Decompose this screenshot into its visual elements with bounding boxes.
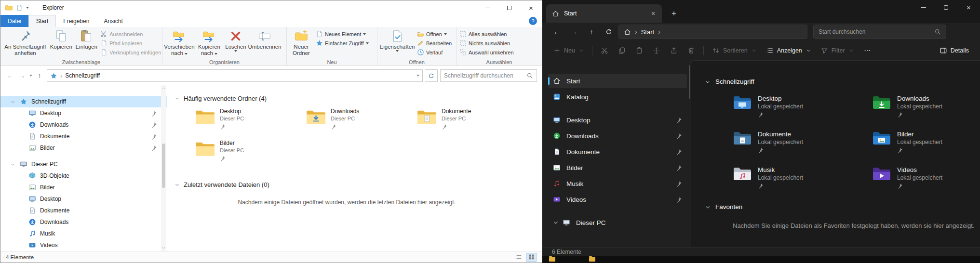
minimize-button[interactable] (477, 0, 498, 15)
scroll-down-icon[interactable] (161, 246, 166, 250)
copy-button[interactable]: Kopieren (49, 28, 74, 57)
open-button[interactable]: Öffnen (416, 29, 453, 39)
icons-view-button[interactable] (526, 253, 537, 262)
paste-button[interactable]: Einfügen (74, 28, 99, 57)
new-item-button[interactable]: Neues Element (314, 29, 370, 39)
sidebar-item-downloads[interactable]: Downloads (548, 129, 687, 143)
sidebar-item-katalog[interactable]: Katalog (548, 90, 687, 104)
pin-to-quick-access-button[interactable]: An Schnellzugriff anheften (2, 28, 49, 57)
edit-button[interactable]: Bearbeiten (416, 39, 453, 48)
tab-start[interactable]: Start (28, 15, 56, 27)
rename-button[interactable] (648, 43, 665, 58)
properties-button[interactable]: Eigenschaften (379, 28, 416, 57)
folder-tile-bilder[interactable]: Bilder Dieser PC (195, 140, 306, 171)
sidebar-item-dokumente[interactable]: Dokumente (548, 145, 687, 159)
tab-start[interactable]: Start × (546, 4, 662, 23)
folder-tile-desktop[interactable]: Desktop Dieser PC (195, 108, 306, 139)
minimize-button[interactable] (912, 0, 935, 15)
sidebar-item-pc-bilder[interactable]: Bilder (0, 182, 167, 193)
copy-button[interactable] (614, 43, 630, 58)
tab-freigeben[interactable]: Freigeben (56, 15, 96, 27)
expand-chevron-icon[interactable] (10, 162, 15, 167)
back-button[interactable]: ← (549, 25, 564, 39)
expand-chevron-icon[interactable] (10, 99, 15, 105)
forward-button[interactable]: → (566, 25, 582, 39)
favorites-header[interactable]: Favoriten (705, 203, 980, 210)
new-tab-button[interactable]: + (667, 6, 681, 21)
recent-files-header[interactable]: Zuletzt verwendete Dateien (0) (175, 181, 533, 188)
filter-button[interactable]: Filter (816, 43, 858, 58)
search-input[interactable] (819, 28, 931, 35)
more-options-button[interactable] (859, 43, 875, 58)
quick-access-header[interactable]: Schnellzugriff (705, 78, 980, 85)
easy-access-button[interactable]: Einfacher Zugriff (314, 39, 370, 48)
tab-ansicht[interactable]: Ansicht (96, 15, 130, 27)
address-box[interactable]: › Start › (618, 25, 807, 39)
maximize-button[interactable] (935, 0, 957, 15)
sidebar-item-dieser-pc[interactable]: Dieser PC (548, 215, 687, 230)
folder-item-desktop[interactable]: Desktop Lokal gespeichert (733, 95, 872, 118)
taskbar-folder-icon[interactable] (589, 257, 595, 262)
move-to-button[interactable]: Verschieben nach (164, 28, 195, 57)
sidebar-item-pc-downloads[interactable]: Downloads (0, 216, 167, 228)
back-button[interactable]: ← (5, 72, 15, 79)
details-view-button[interactable] (513, 253, 524, 262)
sidebar-scrollbar[interactable] (161, 85, 166, 251)
select-none-button[interactable]: Nichts auswählen (458, 39, 515, 48)
sidebar-item-musik[interactable]: Musik (0, 228, 167, 239)
sidebar-item-3d-objekte[interactable]: 3D-Objekte (0, 170, 167, 182)
delete-button[interactable] (683, 43, 699, 58)
delete-button[interactable]: Löschen (224, 28, 248, 57)
paste-button[interactable] (631, 43, 647, 58)
qat-properties-icon[interactable] (16, 4, 23, 11)
sidebar-item-bilder[interactable]: Bilder (548, 160, 687, 175)
folder-item-dokumente[interactable]: Dokumente Lokal gespeichert (733, 131, 872, 153)
paste-shortcut-button[interactable]: Verknüpfung einfügen (99, 48, 161, 57)
copy-path-button[interactable]: Pfad kopieren (99, 39, 161, 48)
up-button[interactable]: ↑ (584, 25, 599, 39)
folder-tile-dokumente[interactable]: Dokumente Dieser PC (416, 108, 527, 139)
rename-button[interactable]: Umbenennen (248, 28, 282, 57)
invert-selection-button[interactable]: Auswahl umkehren (458, 48, 515, 57)
tab-datei[interactable]: Datei (0, 15, 28, 27)
close-button[interactable]: × (520, 0, 542, 15)
recent-locations-chevron-icon[interactable] (29, 75, 32, 77)
sidebar-item-videos[interactable]: Videos (548, 192, 687, 207)
taskbar-folder-icon[interactable] (549, 257, 555, 262)
folder-item-videos[interactable]: Videos Lokal gespeichert (872, 166, 980, 189)
sidebar-item-pc-dokumente[interactable]: Dokumente (0, 205, 167, 216)
sort-button[interactable]: Sortieren (708, 43, 761, 58)
sidebar-item-desktop[interactable]: Desktop (0, 107, 167, 119)
refresh-button[interactable] (601, 25, 617, 39)
cut-button[interactable]: Ausschneiden (99, 29, 161, 39)
copy-to-button[interactable]: Kopieren nach (195, 28, 224, 57)
cut-button[interactable] (596, 43, 613, 58)
sidebar-item-dieser-pc[interactable]: Dieser PC (0, 158, 167, 170)
sidebar-item-bilder[interactable]: Bilder (0, 142, 167, 154)
breadcrumb-chevron-icon[interactable]: › (658, 28, 660, 36)
sidebar-item-dokumente[interactable]: Dokumente (0, 131, 167, 142)
share-button[interactable] (666, 43, 682, 58)
refresh-button[interactable] (425, 69, 438, 82)
sidebar-item-musik[interactable]: Musik (548, 176, 687, 191)
sidebar-item-pc-desktop[interactable]: Desktop (0, 193, 167, 205)
maximize-button[interactable] (498, 0, 520, 15)
help-button[interactable]: ? (529, 17, 537, 25)
collapse-chevron-icon[interactable] (705, 204, 711, 210)
frequent-folders-header[interactable]: Häufig verwendete Ordner (4) (175, 95, 533, 102)
expand-chevron-icon[interactable] (553, 220, 559, 225)
sidebar-scrollbar[interactable] (688, 65, 691, 242)
view-button[interactable]: Anzeigen (762, 43, 815, 58)
collapse-chevron-icon[interactable] (705, 79, 711, 85)
breadcrumb-location[interactable]: Start (641, 28, 654, 36)
history-button[interactable]: Verlauf (416, 48, 453, 57)
scrollbar-thumb[interactable] (162, 144, 165, 188)
new-button[interactable]: Neu (549, 43, 588, 58)
folder-item-bilder[interactable]: Bilder Lokal gespeichert (872, 131, 980, 153)
close-button[interactable]: × (957, 0, 980, 15)
select-all-button[interactable]: Alles auswählen (458, 29, 515, 39)
qat-customize-chevron-icon[interactable] (26, 7, 29, 9)
sidebar-item-start[interactable]: Start (548, 74, 687, 88)
search-input[interactable] (444, 72, 524, 79)
scrollbar-thumb[interactable] (689, 65, 690, 99)
